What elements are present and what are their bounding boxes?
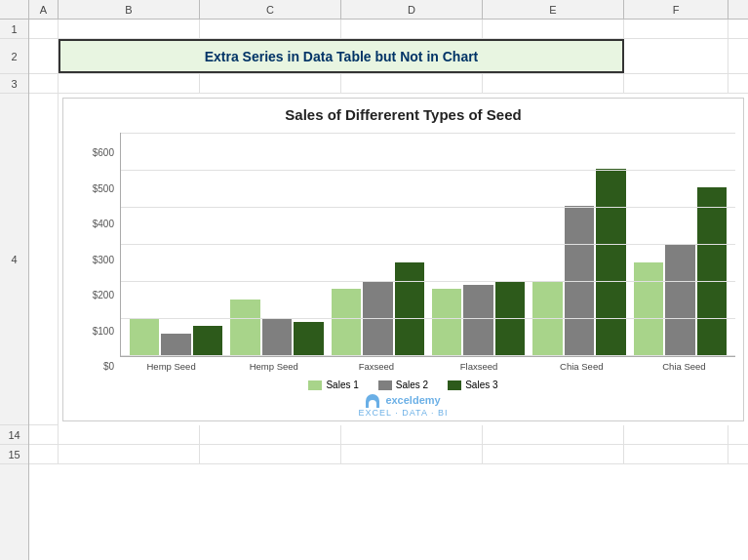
row-header-3: 3 [0,74,28,94]
bar-g6-s1 [634,262,663,356]
col-header-c: C [200,0,341,19]
column-headers: A B C D E F [0,0,748,20]
col-header-d: D [341,0,483,19]
row-header-1: 1 [0,20,28,39]
y-label-200: $200 [93,290,114,300]
cell-b3 [59,74,200,93]
watermark-tagline: EXCEL · DATA · BI [71,408,735,418]
cell-e1 [483,20,624,38]
cell-f15 [624,445,728,463]
cell-c15 [200,445,341,463]
cell-f14 [624,425,728,444]
cell-a1 [29,20,59,38]
cell-c14 [200,425,341,444]
bar-g4-s2 [463,285,492,356]
x-label-1: Hemp Seed [120,357,222,372]
row-header-15: 15 [0,445,28,464]
bar-g6-s2 [665,244,694,357]
bar-group-6 [630,187,730,356]
bar-g3-s2 [363,281,392,356]
cell-d1 [341,20,483,38]
y-axis: $600 $500 $400 $300 $200 $100 $0 [71,147,120,372]
y-label-0: $0 [103,361,114,372]
x-label-2: Hemp Seed [222,357,325,372]
chart-body: $600 $500 $400 $300 $200 $100 $0 [71,133,735,372]
watermark-logo: exceldemy [71,394,735,408]
cell-a2 [29,39,59,73]
bar-g5-s3 [596,169,625,357]
cell-c1 [200,20,341,38]
cell-d3 [341,74,483,93]
x-label-3: Faxseed [325,357,427,372]
bar-g4-s3 [495,281,525,356]
bar-g4-s1 [432,289,461,356]
col-header-b: B [59,0,200,19]
x-label-6: Chia Seed [633,357,735,372]
cells-area: Extra Series in Data Table but Not in Ch… [29,20,748,560]
legend-swatch-2 [378,380,392,390]
cell-f1 [624,20,728,38]
cell-b15 [59,445,200,463]
cell-b14 [59,425,200,444]
legend-label-3: Sales 3 [465,380,497,390]
cell-a15 [29,445,59,463]
bar-g6-s3 [697,187,727,356]
grid-line-1 [121,133,735,134]
bar-group-3 [328,262,428,356]
bar-g2-s3 [294,322,323,356]
legend-swatch-1 [308,380,322,390]
chart-row-area: Sales of Differerent Types of Seed $600 … [29,94,748,425]
row-2: Extra Series in Data Table but Not in Ch… [29,39,748,74]
y-label-600: $600 [93,147,114,158]
cell-d15 [341,445,483,463]
row-header-14: 14 [0,425,28,445]
cell-a4 [29,94,59,425]
legend-label-1: Sales 1 [326,380,358,390]
row-headers: 1 2 3 4 14 15 [0,20,29,560]
cell-a3 [29,74,59,93]
cell-f2 [624,39,728,73]
x-label-5: Chia Seed [531,357,633,372]
grid-line-2 [121,170,735,171]
bar-g1-s3 [193,326,222,356]
legend-label-2: Sales 2 [396,380,428,390]
spreadsheet-body: 1 2 3 4 14 15 Extra Series in [0,20,748,560]
y-label-100: $100 [93,326,114,337]
col-header-a: A [29,0,59,19]
cell-b1 [59,20,200,38]
chart-area: Hemp Seed Hemp Seed Faxseed Flaxseed Chi… [120,133,735,372]
bars-area [120,133,735,357]
cell-d14 [341,425,483,444]
title-banner: Extra Series in Data Table but Not in Ch… [59,39,624,73]
row-3 [29,74,748,94]
row-15 [29,445,748,464]
chart-container[interactable]: Sales of Differerent Types of Seed $600 … [62,98,744,421]
col-header-f: F [624,0,728,19]
legend-item-2: Sales 2 [378,380,428,390]
cell-e14 [483,425,624,444]
cell-e15 [483,445,624,463]
watermark: exceldemy EXCEL · DATA · BI [71,394,735,418]
bar-g2-s2 [262,319,292,357]
bar-group-2 [226,300,327,356]
cell-a14 [29,425,59,444]
row-header-4: 4 [0,94,28,425]
cell-e3 [483,74,624,93]
legend-swatch-3 [448,380,461,390]
x-label-4: Flaxseed [428,357,531,372]
x-labels: Hemp Seed Hemp Seed Faxseed Flaxseed Chi… [120,357,735,372]
row-14 [29,425,748,445]
col-header-e: E [483,0,624,19]
bar-g5-s1 [532,281,562,356]
legend-item-1: Sales 1 [308,380,358,390]
row-1 [29,20,748,39]
bar-g3-s1 [332,289,361,356]
spreadsheet: A B C D E F 1 2 3 4 14 15 [0,0,748,560]
legend: Sales 1 Sales 2 Sales 3 [71,380,735,390]
chart-title: Sales of Differerent Types of Seed [71,106,735,123]
y-label-300: $300 [93,255,114,265]
bar-g1-s1 [130,319,159,357]
legend-item-3: Sales 3 [448,380,497,390]
bar-group-1 [126,319,226,357]
bar-g1-s2 [161,334,190,356]
